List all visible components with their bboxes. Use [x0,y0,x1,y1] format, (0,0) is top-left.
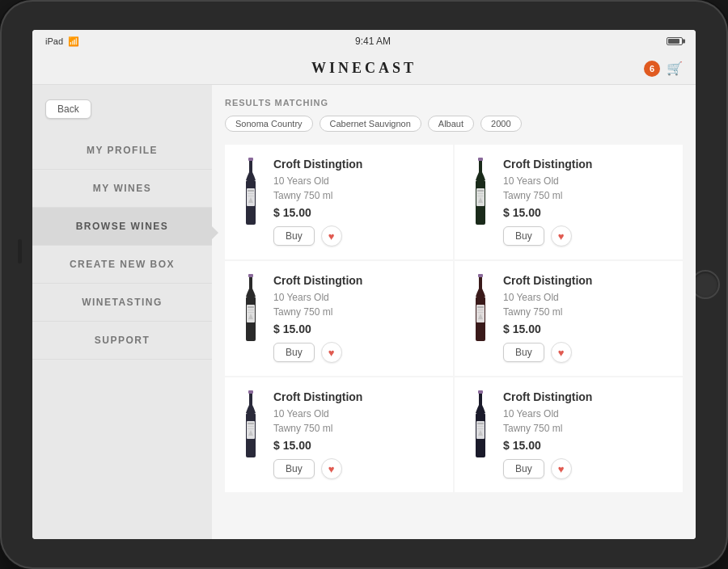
wine-actions: Buy ♥ [273,458,440,479]
buy-button[interactable]: Buy [503,343,544,362]
status-right [667,37,683,45]
svg-rect-14 [248,274,253,277]
main-area: Back MY PROFILE MY WINES BROWSE WINES CR… [32,85,696,539]
wine-type: Tawny 750 ml [273,188,440,203]
wine-name: Croft Distingtion [273,390,440,403]
wine-price: $ 15.00 [273,206,440,219]
wine-info: Croft Distingtion 10 Years Old Tawny 750… [273,390,440,479]
wine-price: $ 15.00 [273,439,440,452]
wine-card: Croft Distingtion 10 Years Old Tawny 750… [225,261,453,376]
wine-actions: Buy ♥ [273,225,440,247]
ipad-screen: iPad 📶 9:41 AM WINECAST 6 🛒 Back MY PROF… [32,30,696,539]
svg-rect-33 [248,426,254,427]
wine-age: 10 Years Old [273,407,440,421]
svg-rect-28 [248,390,253,394]
buy-button[interactable]: Buy [273,459,315,478]
favorite-button[interactable]: ♥ [551,342,572,363]
wine-info: Croft Distingtion 10 Years Old Tawny 750… [503,158,670,247]
wine-age: 10 Years Old [503,174,670,188]
favorite-button[interactable]: ♥ [321,225,342,247]
svg-rect-11 [477,190,484,192]
svg-rect-26 [477,310,484,310]
status-bar: iPad 📶 9:41 AM [32,30,696,53]
wifi-icon: 📶 [68,36,79,47]
wine-card: Croft Distingtion 10 Years Old Tawny 750… [455,377,683,492]
svg-rect-29 [249,394,252,405]
wine-type: Tawny 750 ml [503,188,670,203]
svg-rect-0 [248,158,253,161]
wine-bottle [238,390,264,463]
svg-rect-7 [478,158,483,161]
buy-button[interactable]: Buy [503,459,544,478]
favorite-button[interactable]: ♥ [321,342,342,363]
favorite-button[interactable]: ♥ [551,225,572,247]
results-label: RESULTS MATCHING [225,98,683,107]
buy-button[interactable]: Buy [503,226,544,246]
sidebar: Back MY PROFILE MY WINES BROWSE WINES CR… [32,85,212,539]
wine-age: 10 Years Old [273,290,440,305]
svg-rect-39 [477,423,484,424]
filter-tag-albaut[interactable]: Albaut [428,116,474,132]
wine-name: Croft Distingtion [503,158,670,171]
battery-icon [667,37,683,45]
ipad-frame: iPad 📶 9:41 AM WINECAST 6 🛒 Back MY PROF… [0,0,728,569]
svg-rect-41 [477,428,484,429]
buy-button[interactable]: Buy [273,343,315,362]
wine-bottle [468,390,493,463]
back-button[interactable]: Back [45,99,91,119]
wine-bottle [238,274,264,347]
svg-rect-18 [248,306,254,308]
header-controls: 6 🛒 [644,61,683,77]
cart-badge[interactable]: 6 [644,61,660,77]
svg-rect-36 [479,394,482,405]
wine-name: Croft Distingtion [503,274,670,287]
filter-tag-2000[interactable]: 2000 [480,116,521,132]
favorite-button[interactable]: ♥ [551,458,572,479]
wine-price: $ 15.00 [273,322,440,335]
wine-actions: Buy ♥ [273,342,440,363]
svg-rect-5 [248,193,254,194]
wine-type: Tawny 750 ml [273,421,440,436]
favorite-button[interactable]: ♥ [321,458,342,479]
wine-info: Croft Distingtion 10 Years Old Tawny 750… [503,390,670,479]
svg-rect-40 [477,426,484,427]
sidebar-item-support[interactable]: SUPPORT [32,322,212,360]
wine-name: Croft Distingtion [503,390,670,403]
wine-card: Croft Distingtion 10 Years Old Tawny 750… [455,261,683,376]
app-header: WINECAST 6 🛒 [32,53,696,85]
svg-rect-35 [478,390,483,394]
wine-info: Croft Distingtion 10 Years Old Tawny 750… [273,158,440,247]
svg-rect-27 [477,312,484,313]
filter-tag-sonoma[interactable]: Sonoma Country [225,116,313,132]
sidebar-item-browse-wines[interactable]: BROWSE WINES [32,208,212,246]
svg-rect-34 [248,428,254,429]
svg-rect-22 [479,277,482,289]
active-arrow [212,226,218,239]
svg-rect-13 [477,196,484,196]
wine-age: 10 Years Old [273,174,440,188]
svg-rect-1 [249,161,252,172]
sidebar-item-create-new-box[interactable]: CREATE NEW BOX [32,246,212,284]
wine-type: Tawny 750 ml [503,421,670,436]
wine-info: Croft Distingtion 10 Years Old Tawny 750… [273,274,440,363]
filter-tags: Sonoma Country Cabernet Sauvignon Albaut… [225,116,683,132]
wine-price: $ 15.00 [503,206,670,219]
svg-rect-15 [249,277,252,289]
buy-button[interactable]: Buy [273,226,315,246]
filter-tag-cabernet[interactable]: Cabernet Sauvignon [320,116,421,132]
wine-age: 10 Years Old [503,407,670,421]
sidebar-item-my-wines[interactable]: MY WINES [32,170,212,208]
cart-icon[interactable]: 🛒 [667,61,683,76]
svg-rect-25 [477,306,484,308]
wine-type: Tawny 750 ml [273,305,440,319]
side-button [18,239,22,263]
sidebar-item-my-profile[interactable]: MY PROFILE [32,132,212,170]
svg-rect-19 [248,310,254,310]
wine-card: Croft Distingtion 10 Years Old Tawny 750… [225,145,453,259]
sidebar-item-winetasting[interactable]: WINETASTING [32,284,212,322]
wine-age: 10 Years Old [503,290,670,305]
wine-info: Croft Distingtion 10 Years Old Tawny 750… [503,274,670,363]
wine-price: $ 15.00 [503,322,670,335]
wine-name: Croft Distingtion [273,158,440,171]
wine-bottle [468,274,493,347]
